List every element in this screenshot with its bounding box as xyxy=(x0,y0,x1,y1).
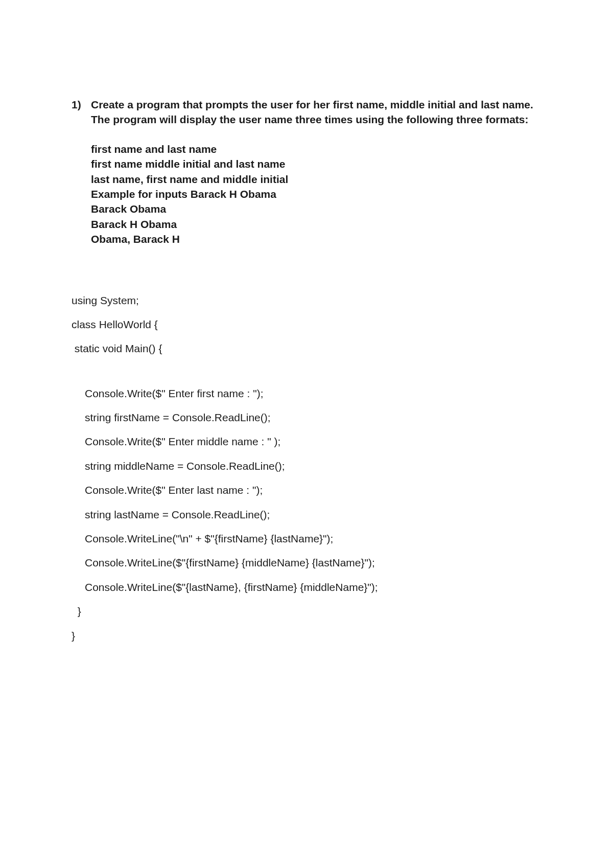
code-line: Console.WriteLine($"{firstName} {middleN… xyxy=(72,555,541,570)
problem-row: 1) Create a program that prompts the use… xyxy=(72,97,541,127)
spec-line: Barack Obama xyxy=(91,201,541,216)
problem-spec: first name and last name first name midd… xyxy=(91,142,541,247)
code-line: Console.Write($" Enter middle name : " )… xyxy=(72,434,541,449)
code-line: class HelloWorld { xyxy=(72,317,541,332)
code-block: using System;class HelloWorld { static v… xyxy=(72,293,541,643)
spec-line: first name middle initial and last name xyxy=(91,156,541,171)
blank-line xyxy=(72,366,541,386)
spec-line: Example for inputs Barack H Obama xyxy=(91,187,541,201)
problem-description: Create a program that prompts the user f… xyxy=(91,97,541,127)
document-page: 1) Create a program that prompts the use… xyxy=(0,0,613,703)
spec-line: Barack H Obama xyxy=(91,217,541,232)
code-line: string lastName = Console.ReadLine(); xyxy=(72,507,541,522)
spec-line: last name, first name and middle initial xyxy=(91,172,541,187)
problem-block: 1) Create a program that prompts the use… xyxy=(72,97,541,247)
code-line: Console.WriteLine("\n" + $"{firstName} {… xyxy=(72,531,541,546)
code-line: static void Main() { xyxy=(72,341,541,356)
code-line: } xyxy=(72,628,541,643)
code-line: } xyxy=(72,604,541,619)
spec-line: Obama, Barack H xyxy=(91,232,541,246)
spec-line: first name and last name xyxy=(91,142,541,156)
problem-number: 1) xyxy=(72,97,91,112)
code-line: Console.WriteLine($"{lastName}, {firstNa… xyxy=(72,580,541,595)
code-line: Console.Write($" Enter last name : "); xyxy=(72,483,541,497)
code-line: Console.Write($" Enter first name : "); xyxy=(72,386,541,401)
code-line: string firstName = Console.ReadLine(); xyxy=(72,410,541,425)
code-line: using System; xyxy=(72,293,541,308)
code-line: string middleName = Console.ReadLine(); xyxy=(72,459,541,473)
